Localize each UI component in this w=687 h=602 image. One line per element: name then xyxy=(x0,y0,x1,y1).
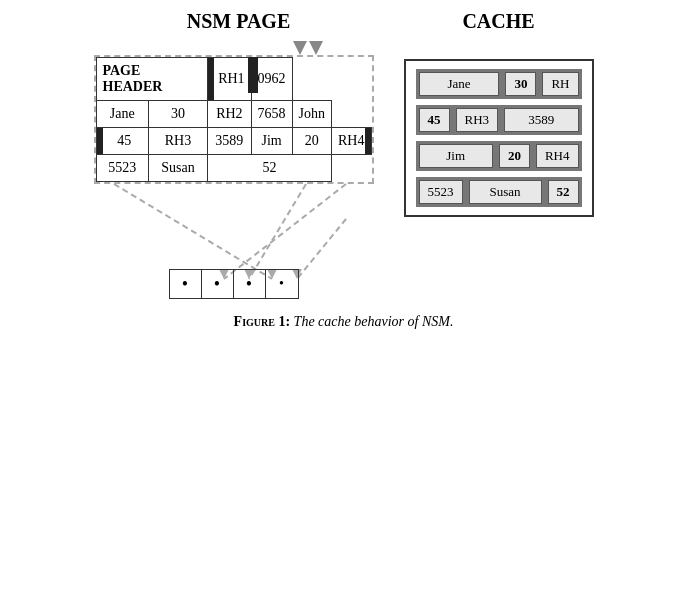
page-header-cell: PAGE HEADER xyxy=(96,58,208,101)
c-20: 20 xyxy=(499,144,530,168)
svg-line-0 xyxy=(224,184,346,279)
c-45: 45 xyxy=(419,108,450,132)
ptr-cell-1: • xyxy=(170,270,202,298)
ptr-cell-4: • xyxy=(266,270,298,298)
nsm-title: NSM PAGE xyxy=(187,10,291,32)
nsm-table: PAGE HEADER RH1 0962 Jane 30 RH2 7658 Jo xyxy=(96,57,372,182)
nsm-page: PAGE HEADER RH1 0962 Jane 30 RH2 7658 Jo xyxy=(94,37,374,304)
susan-cell: Susan xyxy=(148,155,207,182)
rh1-cell: RH1 xyxy=(208,58,251,101)
c-3589: 3589 xyxy=(504,108,578,132)
c-rh: RH xyxy=(542,72,578,96)
dashed-lines-svg xyxy=(94,184,584,304)
val-3589: 3589 xyxy=(208,128,251,155)
svg-line-3 xyxy=(297,219,346,279)
svg-line-2 xyxy=(114,184,272,279)
jane-cell: Jane xyxy=(96,101,148,128)
val-7658: 7658 xyxy=(251,101,292,128)
pointer-box: • • • • xyxy=(169,269,299,299)
val-45: 45 xyxy=(96,128,148,155)
rh2-cell: RH2 xyxy=(208,101,251,128)
john-cell: John xyxy=(292,101,331,128)
svg-line-1 xyxy=(249,184,306,279)
val-30: 30 xyxy=(148,101,207,128)
c-30: 30 xyxy=(505,72,536,96)
cache-row-3: Jim 20 RH4 xyxy=(416,141,582,171)
cache-title: CACHE xyxy=(462,10,534,32)
val-52: 52 xyxy=(208,155,332,182)
cache-row-2: 45 RH3 3589 xyxy=(416,105,582,135)
figure-caption: Figure 1: The cache behavior of NSM. xyxy=(234,314,454,330)
c-jane: Jane xyxy=(419,72,500,96)
rh3-cell: RH3 xyxy=(148,128,207,155)
c-jim: Jim xyxy=(419,144,493,168)
cache-row-1: Jane 30 RH xyxy=(416,69,582,99)
rh4-cell: RH4 xyxy=(332,128,371,155)
ptr-cell-2: • xyxy=(202,270,234,298)
figure-label: Figure 1: xyxy=(234,314,291,329)
val-5523: 5523 xyxy=(96,155,148,182)
c-rh3: RH3 xyxy=(456,108,499,132)
caption-text: The cache behavior of NSM. xyxy=(290,314,453,329)
ptr-cell-3: • xyxy=(234,270,266,298)
val-20: 20 xyxy=(292,128,331,155)
c-rh4: RH4 xyxy=(536,144,579,168)
jim-cell: Jim xyxy=(251,128,292,155)
